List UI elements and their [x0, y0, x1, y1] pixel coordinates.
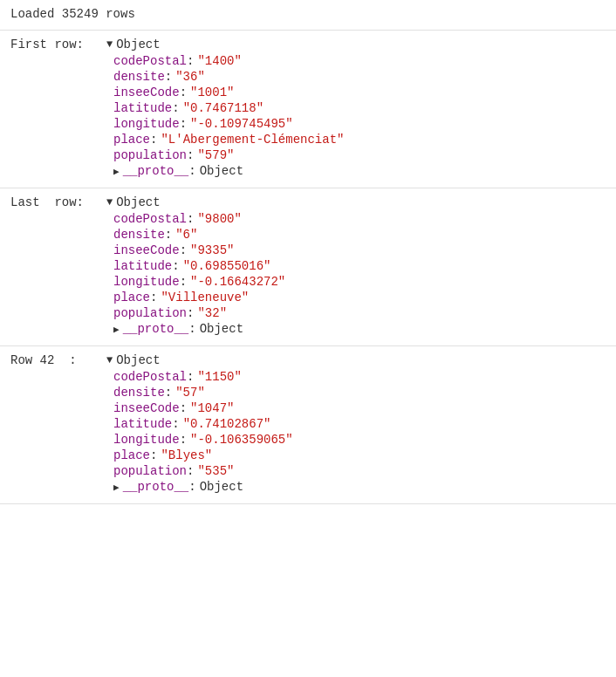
- property-line-row-42-densite: densite: "57": [113, 385, 616, 400]
- prop-value-first-row-codePostal: "1400": [197, 54, 241, 68]
- colon-first-row-longitude: :: [180, 117, 187, 131]
- prop-key-last-row-codePostal: codePostal: [113, 212, 187, 226]
- colon-first-row-place: :: [150, 133, 157, 147]
- section-first-row: First row: ▼ObjectcodePostal: "1400"dens…: [0, 31, 616, 188]
- property-line-last-row-longitude: longitude: "-0.16643272": [113, 274, 616, 290]
- prop-key-last-row-longitude: longitude: [113, 275, 180, 289]
- property-line-last-row-latitude: latitude: "0.69855016": [113, 258, 616, 274]
- properties-last-row: codePostal: "9800"densite: "6"inseeCode:…: [0, 211, 616, 337]
- prop-key-first-row-inseeCode: inseeCode: [113, 85, 180, 99]
- colon-row-42-place: :: [150, 448, 157, 462]
- prop-key-first-row-longitude: longitude: [113, 117, 180, 131]
- property-line-row-42-longitude: longitude: "-0.106359065": [113, 432, 616, 448]
- prop-value-last-row-longitude: "-0.16643272": [190, 275, 285, 289]
- colon-first-row-latitude: :: [172, 101, 179, 115]
- proto-colon-first-row: :: [188, 164, 195, 178]
- object-header-first-row[interactable]: ▼Object: [106, 38, 161, 51]
- prop-value-last-row-densite: "6": [175, 228, 197, 242]
- colon-row-42-inseeCode: :: [180, 401, 187, 415]
- property-line-last-row-place: place: "Villeneuve": [113, 290, 616, 305]
- prop-key-first-row-latitude: latitude: [113, 101, 172, 115]
- property-line-last-row-inseeCode: inseeCode: "9335": [113, 243, 616, 258]
- prop-value-first-row-longitude: "-0.109745495": [190, 117, 293, 131]
- colon-first-row-population: :: [187, 148, 194, 162]
- section-header-first-row: First row: ▼Object: [0, 38, 616, 51]
- prop-key-row-42-place: place: [113, 448, 150, 462]
- prop-key-row-42-longitude: longitude: [113, 433, 180, 447]
- prop-value-first-row-population: "579": [197, 148, 234, 162]
- prop-value-row-42-codePostal: "1150": [197, 370, 241, 384]
- colon-last-row-longitude: :: [180, 275, 187, 289]
- prop-key-row-42-codePostal: codePostal: [113, 370, 187, 384]
- colon-last-row-inseeCode: :: [180, 243, 187, 257]
- prop-key-last-row-population: population: [113, 306, 187, 320]
- loaded-rows-text: Loaded 35249 rows: [10, 7, 135, 21]
- colon-last-row-codePostal: :: [187, 212, 194, 226]
- property-line-row-42-codePostal: codePostal: "1150": [113, 369, 616, 385]
- proto-colon-row-42: :: [188, 480, 195, 494]
- proto-line-first-row[interactable]: ▶__proto__: Object: [113, 163, 616, 179]
- prop-value-first-row-place: "L'Abergement-Clémenciat": [161, 133, 344, 147]
- colon-last-row-place: :: [150, 291, 157, 304]
- section-header-row-42: Row 42 : ▼Object: [0, 353, 616, 367]
- colon-first-row-inseeCode: :: [180, 85, 187, 99]
- prop-value-last-row-latitude: "0.69855016": [183, 259, 271, 273]
- prop-key-first-row-codePostal: codePostal: [113, 54, 187, 68]
- property-line-first-row-codePostal: codePostal: "1400": [113, 53, 616, 69]
- row-label-first-row: First row:: [10, 38, 106, 51]
- properties-first-row: codePostal: "1400"densite: "36"inseeCode…: [0, 53, 616, 179]
- prop-key-row-42-latitude: latitude: [113, 417, 172, 431]
- colon-first-row-densite: :: [165, 70, 172, 84]
- prop-value-row-42-latitude: "0.74102867": [183, 417, 271, 431]
- colon-last-row-densite: :: [165, 228, 172, 242]
- sections-container: First row: ▼ObjectcodePostal: "1400"dens…: [0, 31, 616, 504]
- prop-value-last-row-codePostal: "9800": [197, 212, 241, 226]
- property-line-row-42-latitude: latitude: "0.74102867": [113, 416, 616, 432]
- prop-value-last-row-population: "32": [197, 306, 227, 320]
- prop-value-row-42-longitude: "-0.106359065": [190, 433, 293, 447]
- proto-line-row-42[interactable]: ▶__proto__: Object: [113, 479, 616, 495]
- proto-key-row-42: __proto__: [123, 480, 189, 494]
- prop-value-last-row-inseeCode: "9335": [190, 243, 234, 257]
- prop-value-last-row-place: "Villeneuve": [161, 291, 249, 304]
- property-line-row-42-place: place: "Blyes": [113, 448, 616, 463]
- section-last-row: Last row: ▼ObjectcodePostal: "9800"densi…: [0, 188, 616, 346]
- object-header-row-42[interactable]: ▼Object: [106, 353, 161, 367]
- proto-triangle-first-row[interactable]: ▶: [113, 166, 120, 177]
- expand-triangle-last-row[interactable]: ▼: [106, 196, 113, 209]
- object-header-last-row[interactable]: ▼Object: [106, 195, 161, 209]
- proto-line-last-row[interactable]: ▶__proto__: Object: [113, 321, 616, 337]
- prop-key-last-row-latitude: latitude: [113, 259, 172, 273]
- proto-value-row-42: Object: [200, 480, 243, 494]
- prop-value-row-42-population: "535": [197, 464, 234, 478]
- prop-key-first-row-place: place: [113, 133, 150, 147]
- prop-key-row-42-inseeCode: inseeCode: [113, 401, 180, 415]
- expand-triangle-first-row[interactable]: ▼: [106, 38, 113, 51]
- section-row-42: Row 42 : ▼ObjectcodePostal: "1150"densit…: [0, 346, 616, 504]
- proto-key-first-row: __proto__: [123, 164, 189, 178]
- colon-row-42-latitude: :: [172, 417, 179, 431]
- object-type-row-42: Object: [116, 353, 160, 367]
- proto-triangle-row-42[interactable]: ▶: [113, 482, 120, 493]
- proto-value-first-row: Object: [200, 164, 243, 178]
- prop-value-row-42-densite: "57": [175, 386, 205, 400]
- object-type-last-row: Object: [116, 195, 160, 209]
- prop-key-last-row-densite: densite: [113, 228, 165, 242]
- property-line-first-row-longitude: longitude: "-0.109745495": [113, 116, 616, 132]
- loaded-rows-message: Loaded 35249 rows: [0, 0, 616, 31]
- prop-key-row-42-population: population: [113, 464, 187, 478]
- colon-row-42-codePostal: :: [187, 370, 194, 384]
- prop-key-last-row-place: place: [113, 291, 150, 304]
- properties-row-42: codePostal: "1150"densite: "57"inseeCode…: [0, 369, 616, 495]
- colon-last-row-latitude: :: [172, 259, 179, 273]
- prop-value-first-row-densite: "36": [175, 70, 205, 84]
- prop-key-first-row-densite: densite: [113, 70, 165, 84]
- proto-triangle-last-row[interactable]: ▶: [113, 324, 120, 335]
- proto-key-last-row: __proto__: [123, 322, 189, 336]
- colon-row-42-population: :: [187, 464, 194, 478]
- row-label-last-row: Last row:: [10, 195, 106, 209]
- property-line-row-42-inseeCode: inseeCode: "1047": [113, 400, 616, 416]
- expand-triangle-row-42[interactable]: ▼: [106, 354, 113, 366]
- property-line-last-row-densite: densite: "6": [113, 227, 616, 243]
- property-line-first-row-inseeCode: inseeCode: "1001": [113, 85, 616, 100]
